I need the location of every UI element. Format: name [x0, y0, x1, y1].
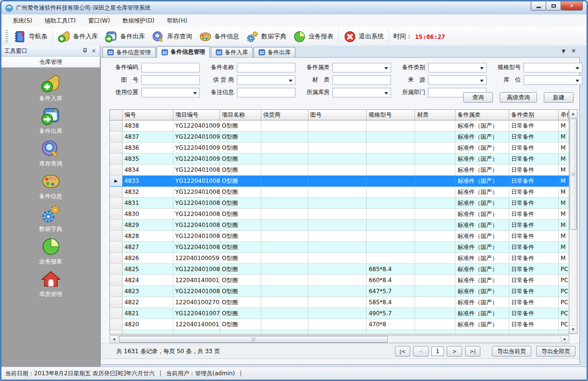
last-page-button[interactable]: >|: [465, 346, 480, 357]
table-row[interactable]: ▶ 4827 YG12204010082 O型圈 标准件（国产）: [110, 242, 569, 253]
cell-class[interactable]: 标准件（国产）: [455, 264, 509, 274]
cell-project-code[interactable]: YG12204010090: [173, 154, 220, 164]
cell-project-name[interactable]: O型圈: [220, 198, 261, 208]
usage-position-select[interactable]: [141, 88, 200, 97]
cell-category[interactable]: 日常备件: [509, 131, 559, 142]
minimize-button[interactable]: [531, 1, 546, 11]
cell-project-code[interactable]: 1220401000599: [173, 253, 220, 263]
scroll-up-icon[interactable]: ▲: [569, 110, 577, 118]
cell-category[interactable]: 日常备件: [509, 264, 559, 274]
cell-project-name[interactable]: O型圈: [220, 131, 261, 142]
cell-project-name[interactable]: O型圈: [220, 220, 261, 230]
row-selector[interactable]: ▶: [110, 220, 122, 230]
cell-id[interactable]: 4827: [122, 242, 173, 252]
cell-category[interactable]: 日常备件: [509, 176, 559, 186]
col-header-class[interactable]: 备件属类: [455, 110, 509, 120]
cell-project-name[interactable]: O型圈: [220, 319, 261, 330]
table-row[interactable]: ▶ 4835 YG12204010090 O型圈 标准件（国产）: [110, 154, 569, 165]
cell-unit[interactable]: PC: [559, 286, 569, 297]
menu-item[interactable]: 数据维护(D): [116, 14, 161, 27]
cell-material[interactable]: [415, 176, 455, 186]
cell-project-code[interactable]: YG12204010091: [173, 143, 220, 153]
cell-unit[interactable]: M: [559, 198, 569, 208]
col-header-drawing-no[interactable]: 图号: [308, 110, 367, 120]
cell-project-code[interactable]: 1220401400012: [173, 275, 220, 286]
cell-project-code[interactable]: YG12204010083: [173, 231, 220, 241]
cell-supplier[interactable]: [261, 120, 308, 131]
scroll-right-icon[interactable]: ▶: [561, 336, 569, 343]
toolbar-exit-system-button[interactable]: 退出系统: [340, 29, 387, 45]
sidebar-item-data-dictionary[interactable]: 数据字典: [1, 204, 100, 237]
cell-project-name[interactable]: O型圈: [220, 209, 261, 219]
table-row[interactable]: ▶ 4830 YG12204010085 O型圈 标准件（国产）: [110, 209, 569, 220]
cell-unit[interactable]: PC: [559, 308, 569, 319]
row-selector[interactable]: ▶: [110, 264, 122, 274]
cell-material[interactable]: [415, 131, 455, 142]
cell-id[interactable]: 4821: [122, 308, 173, 319]
cell-project-code[interactable]: YG12204010092: [173, 131, 220, 142]
cell-unit[interactable]: M: [559, 131, 569, 142]
advanced-query-button[interactable]: 高级查询: [500, 92, 537, 103]
source-select[interactable]: [428, 75, 487, 85]
table-row[interactable]: ▶ 4834 YG12204010089 O型圈 标准件（国产）: [110, 165, 569, 176]
cell-class[interactable]: 标准件（国产）: [455, 154, 509, 164]
cell-material[interactable]: [415, 231, 455, 241]
cell-project-name[interactable]: O型圈: [220, 297, 261, 308]
table-row[interactable]: ▶ 4822 1220401002700 O型圈 585*8.4 标准件（: [110, 297, 569, 308]
document-tab[interactable]: 备件信息管理: [157, 46, 210, 58]
supplier-select[interactable]: [237, 75, 295, 85]
horizontal-scrollbar[interactable]: ◀ ▶: [110, 335, 569, 343]
table-row[interactable]: ▶ 4829 YG12204010084 O型圈 标准件（国产）: [110, 220, 569, 231]
cell-drawing-no[interactable]: [308, 330, 367, 334]
cell-supplier[interactable]: [261, 330, 308, 334]
cell-drawing-no[interactable]: [308, 220, 367, 230]
drawing-no-input[interactable]: [141, 75, 200, 85]
table-row[interactable]: ▶ 4826 1220401000599 O型圈 标准件（国产）: [110, 253, 569, 264]
cell-class[interactable]: 标准件（国产）: [455, 209, 509, 219]
cell-id[interactable]: 4830: [122, 209, 173, 219]
cell-spec[interactable]: 470*8: [367, 319, 415, 330]
cell-supplier[interactable]: [261, 242, 308, 252]
cell-material[interactable]: [415, 253, 455, 263]
cell-unit[interactable]: PC: [559, 275, 569, 286]
cell-unit[interactable]: M: [559, 176, 569, 186]
cell-id[interactable]: 4837: [122, 131, 173, 142]
horizontal-scroll-thumb[interactable]: [119, 336, 388, 343]
sidebar-item-spare-outbound[interactable]: 备件出库: [1, 106, 100, 139]
cell-spec[interactable]: [367, 209, 415, 219]
cell-material[interactable]: [415, 154, 455, 164]
cell-class[interactable]: 标准件（国产）: [455, 165, 509, 175]
cell-supplier[interactable]: [261, 319, 308, 330]
title-bar[interactable]: 广州爱奇迪软件科技有限公司-深田之星仓库管理系统 ✕: [1, 1, 587, 14]
cell-class[interactable]: 标准件（国产）: [455, 231, 509, 241]
menu-item[interactable]: 帮助(H): [161, 14, 194, 27]
cell-drawing-no[interactable]: [308, 308, 367, 319]
table-row[interactable]: ▶ 4837 YG12204010092 O型圈 标准件（国产）: [110, 131, 569, 143]
col-header-supplier[interactable]: 供货商: [261, 110, 308, 120]
cell-spec[interactable]: 660*8.4: [367, 275, 415, 286]
cell-supplier[interactable]: [261, 231, 308, 241]
table-row[interactable]: ▶ 4824 1220401400012 O型圈 660*8.4 标准件（: [110, 275, 569, 286]
cell-project-name[interactable]: O型圈: [220, 264, 261, 274]
cell-spec[interactable]: 585*8.4: [367, 297, 415, 308]
cell-project-code[interactable]: YG12204010088: [173, 176, 220, 186]
cell-project-name[interactable]: O型圈: [220, 231, 261, 241]
cell-material[interactable]: [415, 286, 455, 297]
cell-id[interactable]: 4833: [122, 176, 173, 186]
cell-project-code[interactable]: YG12204010085: [173, 209, 220, 219]
cell-supplier[interactable]: [261, 143, 308, 153]
table-row[interactable]: ▶ 4838 YG12204010093 O型圈 标准件（国产）: [110, 120, 569, 131]
export-all-pages-button[interactable]: 导出全部页: [536, 346, 576, 357]
cell-drawing-no[interactable]: [308, 264, 367, 274]
cell-material[interactable]: [415, 308, 455, 319]
toolbar-grip[interactable]: [5, 30, 8, 43]
cell-unit[interactable]: M: [559, 220, 569, 230]
cell-project-code[interactable]: YG12204010089: [173, 165, 220, 175]
cell-drawing-no[interactable]: [308, 154, 367, 164]
cell-supplier[interactable]: [261, 264, 308, 274]
cell-project-name[interactable]: O型圈: [220, 253, 261, 263]
first-page-button[interactable]: |<: [395, 346, 410, 357]
cell-class[interactable]: 标准件（国产）: [455, 120, 509, 131]
cell-supplier[interactable]: [261, 220, 308, 230]
cell-spec[interactable]: [367, 165, 415, 175]
